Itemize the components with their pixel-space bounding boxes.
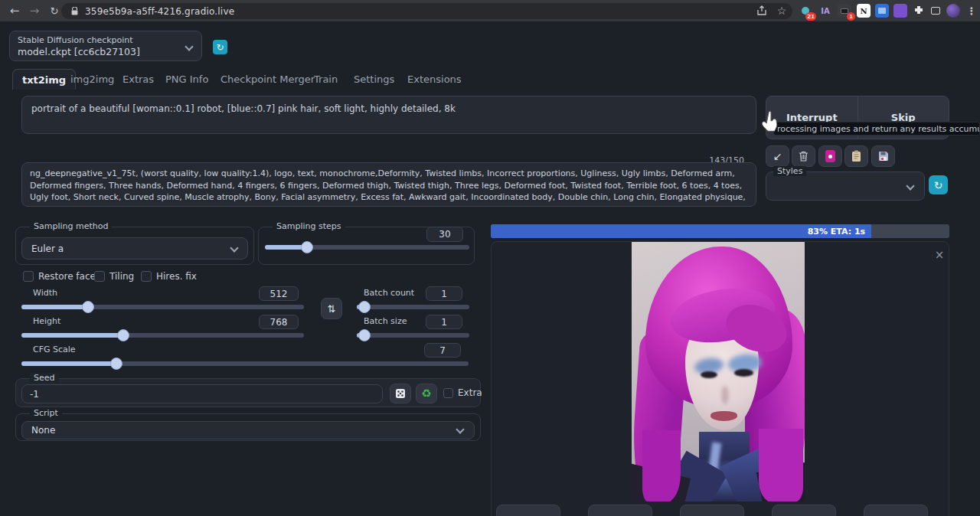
batch-count-slider[interactable] — [357, 305, 469, 309]
browser-toolbar: ← → ↻ 359e5b9a-a5ff-4216.gradio.live ☆ 2… — [0, 0, 980, 21]
progress-bar: 83% ETA: 1s — [491, 224, 949, 238]
negative-prompt-textarea[interactable]: ng_deepnegative_v1_75t, (worst quality, … — [21, 162, 756, 207]
back-icon[interactable]: ← — [6, 2, 23, 19]
hires-fix-label: Hires. fix — [156, 271, 197, 282]
width-group: Width 512 — [15, 288, 309, 314]
extra-networks-button[interactable] — [818, 145, 842, 167]
clipboard-icon — [851, 150, 861, 162]
extension-icon-purple[interactable] — [893, 4, 907, 18]
paste-params-button[interactable]: ↙ — [766, 145, 789, 167]
url-text: 359e5b9a-a5ff-4216.gradio.live — [85, 6, 234, 17]
sampling-method-group: Sampling method Euler a — [15, 227, 254, 265]
batch-size-group: Batch size 1 — [351, 316, 475, 342]
forward-icon[interactable]: → — [26, 2, 43, 19]
result-action-button[interactable] — [680, 505, 744, 516]
extension-badge-1: 21 — [805, 12, 816, 21]
prompt-text: portrait of a beautiful [woman::0.1] rob… — [31, 103, 456, 114]
browser-menu-icon[interactable]: ⋮ — [965, 4, 978, 18]
chevron-down-icon — [456, 425, 464, 433]
sampling-steps-label: Sampling steps — [273, 221, 345, 231]
result-action-button[interactable] — [864, 505, 928, 516]
cfg-scale-input[interactable]: 7 — [424, 343, 461, 358]
sampling-steps-slider[interactable] — [265, 245, 469, 250]
reuse-seed-button[interactable]: ♻ — [416, 384, 437, 403]
styles-label: Styles — [773, 166, 806, 176]
width-label: Width — [29, 288, 61, 298]
cfg-scale-group: CFG Scale 7 — [15, 345, 475, 371]
checkpoint-refresh-button[interactable]: ↻ — [213, 40, 227, 54]
tab-png-info[interactable]: PNG Info — [156, 69, 217, 90]
swap-dimensions-button[interactable]: ⇅ — [321, 298, 342, 319]
sampling-method-label: Sampling method — [30, 221, 112, 231]
cfg-scale-slider[interactable] — [21, 361, 469, 366]
script-dropdown[interactable]: None — [21, 421, 475, 439]
height-group: Height 768 — [15, 316, 309, 342]
checkpoint-value: model.ckpt [cc6cb27103] — [18, 46, 140, 57]
profile-avatar[interactable] — [946, 4, 960, 18]
progress-fill: 83% ETA: 1s — [491, 224, 871, 238]
random-seed-button[interactable] — [390, 384, 411, 403]
width-input[interactable]: 512 — [259, 286, 299, 301]
sampling-steps-input[interactable]: 30 — [426, 227, 463, 242]
prompt-textarea[interactable]: portrait of a beautiful [woman::0.1] rob… — [21, 96, 756, 134]
extensions-puzzle-icon[interactable] — [912, 4, 926, 18]
result-action-button[interactable] — [772, 505, 836, 516]
side-panel-icon[interactable] — [929, 4, 942, 18]
checkpoint-label: Stable Diffusion checkpoint — [18, 35, 133, 45]
script-label: Script — [30, 408, 62, 418]
extension-icon-photos[interactable] — [875, 4, 889, 18]
extension-icon-2[interactable]: 1 — [838, 4, 851, 18]
result-action-button[interactable] — [588, 505, 652, 516]
checkpoint-dropdown[interactable]: Stable Diffusion checkpoint model.ckpt [… — [9, 31, 202, 61]
height-slider[interactable] — [21, 333, 304, 338]
card-icon — [825, 150, 835, 162]
floppy-icon — [878, 151, 889, 162]
restore-faces-label: Restore faces — [38, 271, 100, 282]
mouse-cursor — [760, 110, 783, 136]
dice-icon — [395, 388, 406, 399]
batch-count-label: Batch count — [360, 288, 418, 298]
apply-styles-button[interactable] — [844, 145, 868, 167]
batch-size-input[interactable]: 1 — [426, 315, 462, 329]
stable-diffusion-webui: ← → ↻ 359e5b9a-a5ff-4216.gradio.live ☆ 2… — [0, 0, 980, 516]
height-input[interactable]: 768 — [259, 315, 299, 329]
close-preview-icon[interactable]: × — [933, 248, 946, 262]
batch-size-label: Batch size — [360, 316, 410, 326]
tiling-label: Tiling — [109, 271, 134, 282]
tab-settings[interactable]: Settings — [345, 69, 403, 90]
extension-icon-1[interactable]: 21 — [799, 4, 812, 18]
tab-extensions[interactable]: Extensions — [398, 69, 471, 90]
seed-value: -1 — [30, 389, 39, 400]
lock-icon — [71, 7, 78, 15]
width-slider[interactable] — [21, 305, 304, 309]
restore-faces-checkbox[interactable] — [23, 271, 34, 282]
bookmark-star-icon[interactable]: ☆ — [775, 4, 789, 18]
tiling-checkbox[interactable] — [94, 271, 105, 282]
styles-refresh-button[interactable]: ↻ — [929, 175, 948, 194]
height-label: Height — [29, 316, 64, 326]
hires-fix-checkbox[interactable] — [141, 271, 152, 282]
reload-icon[interactable]: ↻ — [46, 2, 63, 19]
seed-input[interactable]: -1 — [21, 384, 383, 403]
save-style-button[interactable] — [871, 145, 895, 167]
generated-image-preview[interactable] — [632, 242, 805, 501]
script-value: None — [31, 425, 55, 436]
trash-icon — [799, 151, 808, 162]
chevron-down-icon — [230, 243, 238, 252]
extension-icon-notion[interactable]: N — [857, 4, 871, 18]
interrupt-tooltip: rocessing images and return any results … — [773, 122, 980, 136]
extra-seed-checkbox[interactable] — [443, 388, 453, 398]
share-icon[interactable] — [755, 4, 769, 18]
batch-size-slider[interactable] — [357, 333, 469, 338]
result-action-button[interactable] — [496, 505, 560, 516]
clear-prompt-button[interactable] — [792, 145, 815, 167]
chevron-down-icon — [185, 42, 193, 51]
cfg-scale-label: CFG Scale — [29, 345, 80, 354]
sampling-steps-group: Sampling steps 30 — [258, 227, 475, 265]
sampling-method-dropdown[interactable]: Euler a — [21, 237, 248, 260]
extension-icon-ia[interactable]: IA — [818, 4, 832, 18]
tab-train[interactable]: Train — [305, 69, 347, 90]
batch-count-input[interactable]: 1 — [426, 286, 462, 301]
address-bar[interactable]: 359e5b9a-a5ff-4216.gradio.live — [61, 3, 792, 19]
seed-label: Seed — [30, 373, 59, 383]
